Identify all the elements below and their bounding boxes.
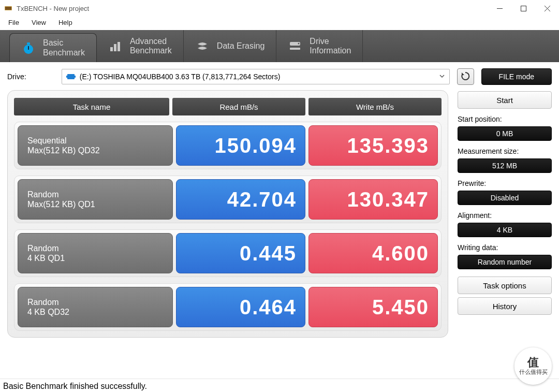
writing-data-label: Writing data: xyxy=(458,240,552,252)
drive-label: Drive: xyxy=(7,72,54,81)
window-title: TxBENCH - New project xyxy=(17,5,89,12)
start-position-label: Start position: xyxy=(458,112,552,123)
tab-label-line1: Advanced xyxy=(130,37,172,46)
chevron-down-icon xyxy=(439,72,445,81)
title-bar: TxBENCH - New project xyxy=(0,0,559,17)
write-value: 4.600 xyxy=(372,242,429,265)
tab-bar: Basic Benchmark Advanced Benchmark Data … xyxy=(0,30,559,62)
svg-rect-1 xyxy=(5,7,11,10)
stopwatch-icon xyxy=(21,41,36,55)
app-icon xyxy=(4,4,12,12)
erase-icon xyxy=(195,39,210,53)
svg-rect-11 xyxy=(290,48,300,50)
watermark-bottom: 什么值得买 xyxy=(519,368,548,376)
read-tile: 150.094 xyxy=(176,125,305,166)
alignment-label: Alignment: xyxy=(458,208,552,220)
read-value: 0.445 xyxy=(240,242,297,265)
menu-help[interactable]: Help xyxy=(53,18,78,27)
task-line2: 4 KB QD1 xyxy=(27,253,65,263)
task-line1: Sequential xyxy=(27,136,100,146)
svg-point-12 xyxy=(298,43,300,45)
status-text: Basic Benchmark finished successfully. xyxy=(3,382,147,391)
menu-file[interactable]: File xyxy=(3,18,24,27)
start-position-value[interactable]: 0 MB xyxy=(458,126,552,141)
read-value: 0.464 xyxy=(240,296,297,319)
svg-rect-5 xyxy=(27,42,30,45)
benchmark-row-0: Sequential Max(512 KB) QD32 150.094 135.… xyxy=(14,122,442,169)
read-tile: 0.445 xyxy=(176,233,305,273)
header-task-name: Task name xyxy=(14,98,169,115)
task-tile: Random 4 KB QD32 xyxy=(18,287,173,327)
task-line2: Max(512 KB) QD1 xyxy=(27,199,95,209)
maximize-button[interactable] xyxy=(511,0,535,17)
benchmark-row-3: Random 4 KB QD32 0.464 5.450 xyxy=(14,283,442,331)
svg-rect-8 xyxy=(114,44,116,51)
svg-rect-9 xyxy=(117,42,120,51)
tab-label-line2: Benchmark xyxy=(43,48,85,57)
task-options-button[interactable]: Task options xyxy=(458,277,552,294)
tab-label-line1: Data Erasing xyxy=(217,41,265,51)
measurement-size-label: Measurement size: xyxy=(458,144,552,155)
drive-row: Drive: (E:) TOSHIBA MQ04UBB400 3.63 TB (… xyxy=(0,62,559,90)
content-area: Task name Read mB/s Write mB/s Sequentia… xyxy=(0,90,559,338)
svg-rect-13 xyxy=(67,74,75,79)
tab-label-line2: Information xyxy=(310,46,351,55)
tab-label-line2: Benchmark xyxy=(130,46,172,55)
tab-drive-information[interactable]: Drive Information xyxy=(276,30,363,62)
file-mode-button[interactable]: FILE mode xyxy=(481,68,552,85)
write-tile: 5.450 xyxy=(308,287,438,327)
task-line1: Random xyxy=(27,190,95,199)
status-bar: Basic Benchmark finished successfully. xyxy=(0,379,559,392)
prewrite-label: Prewrite: xyxy=(458,176,552,187)
write-tile: 4.600 xyxy=(308,233,438,273)
header-write: Write mB/s xyxy=(308,98,442,115)
svg-rect-7 xyxy=(110,47,113,51)
svg-rect-3 xyxy=(521,6,526,11)
read-value: 150.094 xyxy=(214,134,297,157)
writing-data-value[interactable]: Random number xyxy=(458,255,552,269)
tab-advanced-benchmark[interactable]: Advanced Benchmark xyxy=(97,30,184,62)
tab-label-line1: Basic xyxy=(43,38,85,48)
benchmark-row-2: Random 4 KB QD1 0.445 4.600 xyxy=(14,229,442,277)
refresh-button[interactable] xyxy=(457,68,474,85)
menu-bar: File View Help xyxy=(0,17,559,30)
bar-chart-icon xyxy=(108,39,123,53)
refresh-icon xyxy=(460,71,470,83)
benchmark-panel: Task name Read mB/s Write mB/s Sequentia… xyxy=(7,90,448,338)
history-button[interactable]: History xyxy=(458,297,552,315)
write-value: 5.450 xyxy=(372,296,429,319)
measurement-size-value[interactable]: 512 MB xyxy=(458,158,552,173)
write-tile: 130.347 xyxy=(308,179,438,220)
watermark-top: 值 xyxy=(527,357,539,368)
write-value: 130.347 xyxy=(347,188,429,211)
tab-data-erasing[interactable]: Data Erasing xyxy=(184,30,277,62)
drive-select[interactable]: (E:) TOSHIBA MQ04UBB400 3.63 TB (7,813,7… xyxy=(62,69,450,84)
read-tile: 42.704 xyxy=(176,179,305,220)
close-button[interactable] xyxy=(535,0,559,17)
header-read: Read mB/s xyxy=(172,98,305,115)
alignment-value[interactable]: 4 KB xyxy=(458,223,552,237)
minimize-button[interactable] xyxy=(488,0,511,17)
svg-rect-15 xyxy=(74,76,76,78)
tab-label-line1: Drive xyxy=(310,37,351,46)
watermark-badge: 值 什么值得买 xyxy=(514,347,552,385)
prewrite-value[interactable]: Disabled xyxy=(458,191,552,205)
sidebar: Start Start position: 0 MB Measurement s… xyxy=(458,90,552,338)
svg-rect-2 xyxy=(497,8,503,9)
task-line1: Random xyxy=(27,297,69,307)
drive-selected-text: (E:) TOSHIBA MQ04UBB400 3.63 TB (7,813,7… xyxy=(80,72,281,81)
task-line2: 4 KB QD32 xyxy=(27,307,69,317)
hdd-icon xyxy=(66,73,76,80)
write-value: 135.393 xyxy=(347,134,429,157)
task-line1: Random xyxy=(27,243,65,253)
menu-view[interactable]: View xyxy=(26,18,51,27)
write-tile: 135.393 xyxy=(308,125,438,166)
svg-rect-14 xyxy=(66,76,68,78)
start-button[interactable]: Start xyxy=(458,91,552,109)
task-tile: Random 4 KB QD1 xyxy=(18,233,173,273)
benchmark-header-row: Task name Read mB/s Write mB/s xyxy=(14,98,442,115)
benchmark-row-1: Random Max(512 KB) QD1 42.704 130.347 xyxy=(14,176,442,223)
tab-basic-benchmark[interactable]: Basic Benchmark xyxy=(9,33,97,62)
window-controls xyxy=(488,0,559,17)
task-tile: Sequential Max(512 KB) QD32 xyxy=(18,125,173,166)
